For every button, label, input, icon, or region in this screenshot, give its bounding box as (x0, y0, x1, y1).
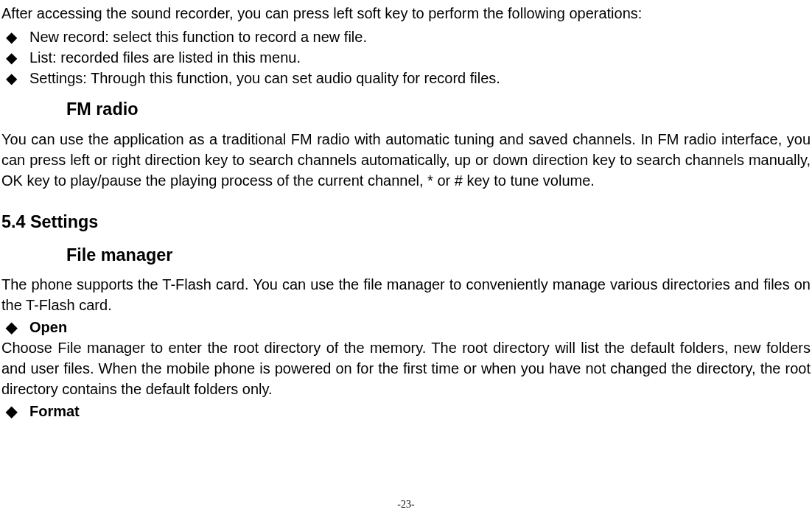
file-manager-heading: File manager (66, 243, 811, 267)
fm-radio-heading: FM radio (66, 97, 811, 122)
file-manager-options-2: Format (1, 401, 811, 421)
intro-text: After accessing the sound recorder, you … (1, 3, 811, 24)
page-number: -23- (397, 497, 414, 512)
format-option: Format (1, 401, 811, 421)
list-item: List: recorded files are listed in this … (1, 47, 811, 68)
list-item: New record: select this function to reco… (1, 27, 811, 47)
fm-radio-paragraph: You can use the application as a traditi… (1, 129, 811, 191)
settings-heading: 5.4 Settings (1, 210, 811, 234)
recorder-operations-list: New record: select this function to reco… (1, 27, 811, 88)
list-item: Settings: Through this function, you can… (1, 68, 811, 88)
open-paragraph: Choose File manager to enter the root di… (1, 337, 811, 399)
file-manager-paragraph: The phone supports the T-Flash card. You… (1, 274, 811, 315)
open-option: Open (1, 317, 811, 337)
file-manager-options: Open (1, 317, 811, 337)
